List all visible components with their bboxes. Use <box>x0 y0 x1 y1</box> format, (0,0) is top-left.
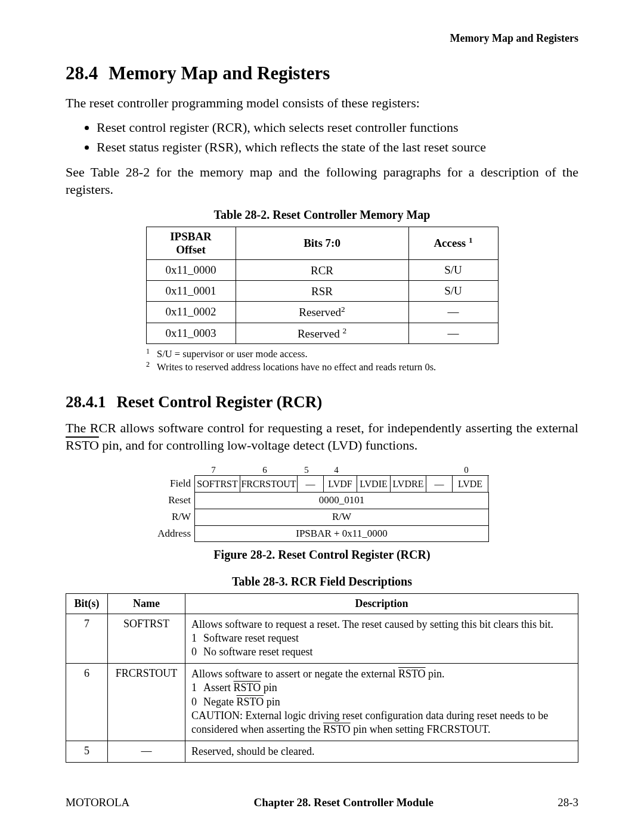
bullet-list: Reset control register (RCR), which sele… <box>97 118 578 157</box>
cell-access: S/U <box>408 259 498 280</box>
section-title: Memory Map and Registers <box>109 63 330 83</box>
post-bullets-paragraph: See Table 28-2 for the memory map and th… <box>66 164 578 198</box>
row-label: R/W <box>155 509 194 525</box>
table-row: 0x11_0001 RSR S/U <box>146 280 498 301</box>
table-row: 7 SOFTRST Allows software to request a r… <box>66 614 578 663</box>
field-cell: — <box>298 476 324 493</box>
cell-name: FRCRSTOUT <box>108 663 185 741</box>
cell-bits: Reserved2 <box>236 302 408 323</box>
col-description: Description <box>185 593 578 614</box>
footer-right: 28-3 <box>558 796 578 809</box>
field-cell: LVDIE <box>357 476 391 493</box>
table-row: 5 — Reserved, should be cleared. <box>66 741 578 762</box>
cell-bits: 7 <box>66 614 108 663</box>
section-heading: 28.4Memory Map and Registers <box>66 63 578 84</box>
cell-name: SOFTRST <box>108 614 185 663</box>
section-number: 28.4 <box>66 63 98 83</box>
cell-access: — <box>408 323 498 343</box>
field-cell: SOFTRST <box>195 476 240 493</box>
cell-access: — <box>408 302 498 323</box>
address-value: IPSBAR + 0x11_0000 <box>195 526 489 541</box>
bit-num: 5 <box>293 465 320 475</box>
footer-center: Chapter 28. Reset Controller Module <box>254 796 434 809</box>
footnote-text: S/U = supervisor or user mode access. <box>157 348 308 361</box>
cell-bits: 5 <box>66 741 108 762</box>
cell-offset: 0x11_0002 <box>146 302 236 323</box>
row-label: Field <box>155 475 194 492</box>
col-ipsbar-offset: IPSBAR Offset <box>146 227 236 259</box>
field-cell: FRCRSTOUT <box>240 476 298 493</box>
cell-name: — <box>108 741 185 762</box>
table-header-row: IPSBAR Offset Bits 7:0 Access 1 <box>146 227 498 259</box>
bit-num: 0 <box>448 465 484 475</box>
cell-offset: 0x11_0000 <box>146 259 236 280</box>
bit-num: 4 <box>320 465 353 475</box>
cell-offset: 0x11_0003 <box>146 323 236 343</box>
table-28-2: IPSBAR Offset Bits 7:0 Access 1 0x11_000… <box>146 227 499 344</box>
field-cell: LVDF <box>324 476 357 493</box>
cell-bits: 6 <box>66 663 108 741</box>
page: Memory Map and Registers 28.4Memory Map … <box>0 0 644 833</box>
col-access: Access 1 <box>408 227 498 259</box>
col-bits: Bits 7:0 <box>236 227 408 259</box>
intro-paragraph: The reset controller programming model c… <box>66 95 578 112</box>
table-row: 0x11_0002 Reserved2 — <box>146 302 498 323</box>
rw-row: R/W R/W <box>155 509 489 525</box>
list-item: Reset status register (RSR), which refle… <box>97 138 578 157</box>
cell-offset: 0x11_0001 <box>146 280 236 301</box>
bit-num <box>422 465 448 475</box>
reset-row: Reset 0000_0101 <box>155 492 489 509</box>
subsection-heading: 28.4.1Reset Control Register (RCR) <box>66 393 578 411</box>
col-name: Name <box>108 593 185 614</box>
bit-num <box>386 465 422 475</box>
bit-num <box>353 465 386 475</box>
reset-value: 0000_0101 <box>195 493 489 509</box>
table-28-2-footnotes: 1 S/U = supervisor or user mode access. … <box>146 348 498 374</box>
cell-description: Reserved, should be cleared. <box>185 741 578 762</box>
bit-num: 7 <box>191 465 236 475</box>
cell-access: S/U <box>408 280 498 301</box>
table-28-2-caption: Table 28-2. Reset Controller Memory Map <box>66 208 578 222</box>
table-row: 6 FRCRSTOUT Allows software to assert or… <box>66 663 578 741</box>
rw-value: R/W <box>195 509 489 525</box>
footnote-mark: 1 <box>146 346 157 360</box>
address-row: Address IPSBAR + 0x11_0000 <box>155 525 489 542</box>
bit-num: 6 <box>236 465 293 475</box>
list-item: Reset control register (RCR), which sele… <box>97 118 578 137</box>
footnote-text: Writes to reserved address locations hav… <box>157 361 436 374</box>
table-row: 0x11_0000 RCR S/U <box>146 259 498 280</box>
footnote: 1 S/U = supervisor or user mode access. <box>146 348 498 361</box>
cell-bits: Reserved 2 <box>236 323 408 343</box>
rcr-paragraph: The RCR allows software control for requ… <box>66 420 578 454</box>
cell-bits: RCR <box>236 259 408 280</box>
table-header-row: Bit(s) Name Description <box>66 593 578 614</box>
table-28-3: Bit(s) Name Description 7 SOFTRST Allows… <box>66 593 578 763</box>
footnote: 2 Writes to reserved address locations h… <box>146 361 498 374</box>
col-bits: Bit(s) <box>66 593 108 614</box>
field-cell: — <box>426 476 453 493</box>
rsto-overline: RSTO <box>66 438 99 453</box>
field-cell: LVDRE <box>391 476 426 493</box>
table-row: 0x11_0003 Reserved 2 — <box>146 323 498 343</box>
running-head: Memory Map and Registers <box>66 32 578 45</box>
field-row: Field SOFTRST FRCRSTOUT — LVDF LVDIE LVD… <box>155 475 489 492</box>
cell-description: Allows software to request a reset. The … <box>185 614 578 663</box>
page-footer: MOTOROLA Chapter 28. Reset Controller Mo… <box>66 796 578 809</box>
figure-28-2: 7 6 5 4 0 Field SOFTRST FRCRSTOUT — LVDF… <box>155 465 489 542</box>
subsection-title: Reset Control Register (RCR) <box>117 393 323 411</box>
field-cell: LVDE <box>453 476 488 493</box>
footer-left: MOTOROLA <box>66 796 129 809</box>
table-28-3-caption: Table 28-3. RCR Field Descriptions <box>66 575 578 589</box>
figure-28-2-caption: Figure 28-2. Reset Control Register (RCR… <box>66 548 578 562</box>
subsection-number: 28.4.1 <box>66 393 106 411</box>
cell-bits: RSR <box>236 280 408 301</box>
row-label: Address <box>155 525 194 542</box>
bit-numbers: 7 6 5 4 0 <box>191 465 489 475</box>
footnote-mark: 2 <box>146 360 157 373</box>
row-label: Reset <box>155 492 194 509</box>
cell-description: Allows software to assert or negate the … <box>185 663 578 741</box>
